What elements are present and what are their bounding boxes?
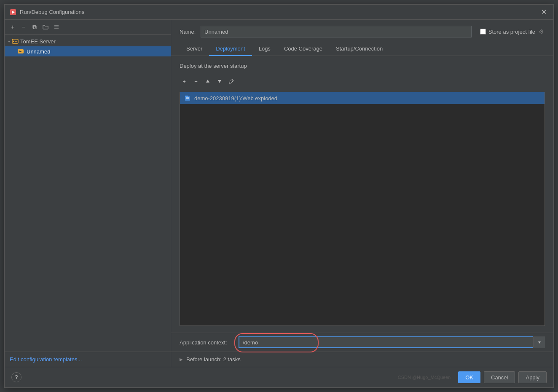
left-footer: Edit configuration templates... — [5, 352, 171, 367]
close-button[interactable]: ✕ — [539, 8, 548, 16]
artifact-icon — [184, 95, 191, 101]
ok-button[interactable]: OK — [458, 371, 480, 383]
bottom-bar: ? CSDN @Hugo_McQueen OK Cancel Apply — [5, 367, 553, 387]
before-launch-row[interactable]: ▶ Before launch: 2 tasks — [171, 352, 553, 367]
svg-marker-17 — [538, 341, 541, 344]
svg-marker-10 — [206, 80, 209, 83]
apply-button[interactable]: Apply — [518, 371, 547, 383]
tree-item-unnamed[interactable]: Unnamed — [5, 46, 171, 56]
tab-server[interactable]: Server — [180, 42, 209, 56]
deploy-edit-button[interactable] — [227, 77, 236, 86]
tab-logs[interactable]: Logs — [252, 42, 277, 56]
deploy-list: demo-20230919(1):Web exploded — [180, 92, 545, 326]
config-group-tomee: ▾ TomEE Server Unnamed — [5, 36, 171, 56]
copy-config-button[interactable]: ⧉ — [30, 22, 39, 32]
dropdown-arrow-icon — [537, 340, 542, 344]
tree-item-label: Unnamed — [27, 48, 50, 55]
deploy-toolbar: + − — [180, 75, 545, 88]
deploy-add-button[interactable]: + — [180, 77, 189, 86]
config-item-icon — [17, 48, 24, 55]
title-bar: Run/Debug Configurations ✕ — [5, 5, 553, 20]
deploy-list-item[interactable]: demo-20230919(1):Web exploded — [180, 92, 545, 104]
app-context-dropdown-button[interactable] — [533, 336, 545, 348]
svg-rect-14 — [185, 96, 188, 97]
left-toolbar: + − ⧉ — [5, 20, 171, 35]
down-arrow-icon — [217, 79, 222, 83]
content-area: + − ⧉ — [5, 20, 553, 367]
remove-config-button[interactable]: − — [19, 22, 28, 32]
folder-config-button[interactable] — [41, 22, 50, 32]
deploy-remove-button[interactable]: − — [191, 77, 201, 86]
bottom-bar-left: ? — [11, 372, 394, 382]
store-project-checkbox[interactable] — [480, 29, 486, 35]
svg-marker-11 — [218, 80, 221, 83]
name-row: Name: Store as project file ⚙ — [171, 20, 553, 42]
store-project-label: Store as project file — [488, 29, 535, 35]
left-panel: + − ⧉ — [5, 20, 171, 367]
dialog-title: Run/Debug Configurations — [20, 9, 84, 15]
title-bar-left: Run/Debug Configurations — [10, 9, 84, 16]
tree-group-header[interactable]: ▾ TomEE Server — [5, 36, 171, 46]
watermark-text: CSDN @Hugo_McQueen — [398, 375, 451, 380]
tab-code-coverage[interactable]: Code Coverage — [277, 42, 329, 56]
app-icon — [10, 9, 16, 16]
cancel-button[interactable]: Cancel — [484, 371, 515, 383]
deploy-section-label: Deploy at the server startup — [180, 63, 545, 69]
before-launch-label: Before launch: 2 tasks — [186, 356, 241, 363]
name-label: Name: — [180, 29, 196, 35]
up-arrow-icon — [206, 79, 210, 83]
gear-icon[interactable]: ⚙ — [538, 27, 545, 36]
app-context-row: Application context: — [171, 333, 553, 352]
deploy-item-label: demo-20230919(1):Web exploded — [194, 95, 277, 101]
tab-deployment[interactable]: Deployment — [209, 42, 252, 56]
sort-config-button[interactable] — [52, 22, 61, 32]
tab-startup-connection[interactable]: Startup/Connection — [329, 42, 389, 56]
add-config-button[interactable]: + — [8, 22, 17, 32]
sort-icon — [54, 24, 59, 30]
folder-icon — [43, 24, 48, 30]
tomee-server-icon — [12, 38, 19, 45]
app-context-wrapper — [239, 336, 545, 348]
edit-icon — [229, 79, 234, 84]
deployment-tab-content: Deploy at the server startup + − — [171, 56, 553, 333]
run-debug-dialog: Run/Debug Configurations ✕ + − ⧉ — [4, 4, 554, 388]
edit-config-templates-link[interactable]: Edit configuration templates... — [10, 356, 82, 363]
help-button[interactable]: ? — [11, 372, 21, 382]
app-context-input[interactable] — [239, 336, 545, 348]
before-launch-chevron-icon: ▶ — [180, 357, 183, 362]
deploy-down-button[interactable] — [215, 77, 224, 86]
deploy-up-button[interactable] — [203, 77, 212, 86]
tabs-row: Server Deployment Logs Code Coverage Sta… — [171, 42, 553, 56]
tree-area: ▾ TomEE Server Unnamed — [5, 35, 171, 352]
chevron-down-icon: ▾ — [8, 39, 10, 44]
app-context-label: Application context: — [180, 339, 234, 346]
store-project-container: Store as project file ⚙ — [480, 27, 545, 36]
right-panel: Name: Store as project file ⚙ Server Dep… — [171, 20, 553, 367]
tree-group-label: TomEE Server — [20, 38, 56, 45]
svg-point-6 — [13, 41, 14, 42]
name-input[interactable] — [201, 26, 472, 37]
